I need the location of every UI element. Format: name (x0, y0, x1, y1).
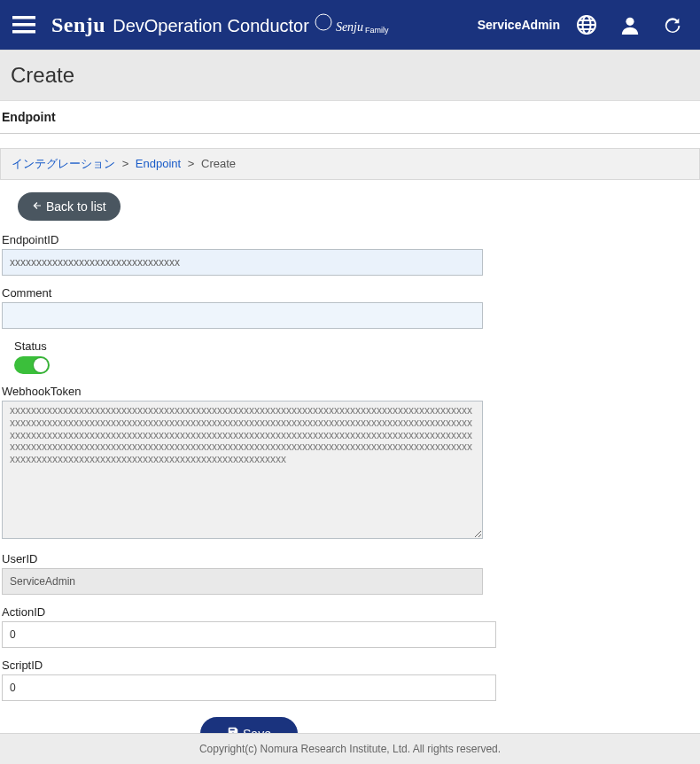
brand-sub1: DevOperation (113, 16, 222, 36)
user-id-label: UserID (2, 552, 698, 565)
svg-point-3 (315, 14, 331, 30)
field-script-id: ScriptID (2, 659, 698, 701)
status-toggle[interactable] (14, 356, 50, 374)
brand-logo-suffix: Family (365, 26, 389, 35)
footer-copyright: Copyright(c) Nomura Research Institute, … (0, 733, 700, 764)
status-label: Status (14, 339, 698, 353)
arrow-left-icon (32, 199, 43, 214)
action-id-label: ActionID (2, 605, 698, 619)
field-endpoint-id: EndpointID (2, 233, 698, 276)
svg-rect-2 (12, 30, 35, 34)
section-title: Endpoint (0, 101, 700, 134)
breadcrumb: インテグレーション > Endpoint > Create (0, 148, 700, 180)
field-status: Status (14, 339, 698, 374)
field-action-id: ActionID (2, 605, 698, 648)
back-to-list-button[interactable]: Back to list (18, 192, 121, 221)
refresh-icon[interactable] (663, 15, 682, 35)
breadcrumb-integration[interactable]: インテグレーション (12, 157, 115, 170)
globe-icon[interactable] (576, 14, 597, 35)
breadcrumb-endpoint[interactable]: Endpoint (136, 157, 181, 170)
webhook-token-textarea[interactable] (2, 401, 483, 539)
breadcrumb-sep: > (122, 157, 129, 170)
top-app-bar: Senju DevOperation Conductor Senju Famil… (0, 0, 700, 50)
back-to-list-label: Back to list (46, 199, 106, 214)
product-brand: Senju DevOperation Conductor Senju Famil… (51, 12, 388, 37)
script-id-input[interactable] (2, 674, 496, 701)
user-id-input[interactable] (2, 568, 483, 595)
webhook-token-label: WebhookToken (2, 385, 698, 398)
svg-point-9 (626, 18, 634, 26)
brand-logo: Senju Family (311, 12, 389, 35)
breadcrumb-current: Create (201, 157, 236, 170)
comment-input[interactable] (2, 302, 483, 329)
field-webhook-token: WebhookToken (2, 385, 698, 542)
endpoint-id-input[interactable] (2, 249, 483, 276)
field-comment: Comment (2, 286, 698, 329)
svg-rect-1 (12, 23, 35, 27)
current-user-label: ServiceAdmin (478, 18, 560, 32)
brand-logo-text: Senju (336, 20, 363, 35)
script-id-label: ScriptID (2, 659, 698, 672)
brand-logo-icon (311, 12, 336, 35)
comment-label: Comment (2, 286, 698, 300)
page-title: Create (0, 50, 700, 101)
breadcrumb-sep: > (188, 157, 195, 170)
user-icon[interactable] (620, 15, 640, 35)
hamburger-icon[interactable] (12, 16, 35, 34)
brand-sub2: Conductor (228, 16, 309, 36)
create-endpoint-form: EndpointID Comment Status WebhookToken U… (0, 233, 700, 755)
field-user-id: UserID (2, 552, 698, 595)
brand-main: Senju (51, 13, 105, 37)
svg-rect-0 (12, 16, 35, 19)
action-id-input[interactable] (2, 621, 496, 648)
top-icon-group (576, 14, 682, 35)
endpoint-id-label: EndpointID (2, 233, 698, 246)
